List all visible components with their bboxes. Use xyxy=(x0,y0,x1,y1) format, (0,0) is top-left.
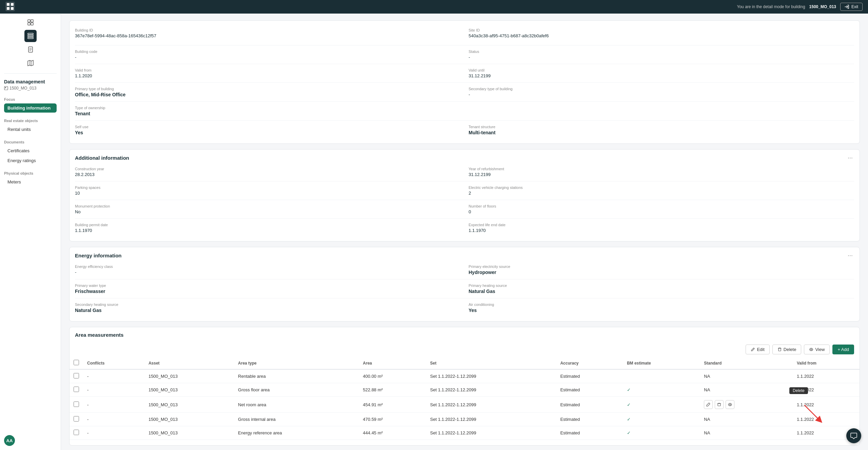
cell-accuracy: Estimated xyxy=(556,413,623,426)
cell-area-type: Net room area xyxy=(234,397,359,413)
building-info-card: Building ID 367e78ef-5994-48ac-858a-1654… xyxy=(69,20,860,144)
cell-area-type: Gross floor area xyxy=(234,383,359,397)
svg-rect-3 xyxy=(7,7,9,10)
cell-conflicts: - xyxy=(83,383,144,397)
detail-mode-text: You are in the detail mode for building xyxy=(737,4,805,9)
svg-rect-7 xyxy=(28,23,30,25)
valid-until-field: Valid until 31.12.2199 xyxy=(469,65,854,81)
row-checkbox[interactable] xyxy=(74,416,79,422)
cell-accuracy: Estimated xyxy=(556,369,623,383)
cell-accuracy: Estimated xyxy=(556,426,623,440)
energy-info-header: Energy information ··· xyxy=(70,247,860,262)
col-conflicts: Conflicts xyxy=(83,357,144,369)
building-id-field: Building ID 367e78ef-5994-48ac-858a-1654… xyxy=(75,25,460,41)
additional-info-more-button[interactable]: ··· xyxy=(846,154,854,161)
row-view-icon[interactable] xyxy=(726,400,734,409)
row-edit-icon[interactable] xyxy=(704,400,713,409)
cell-standard: NA xyxy=(700,413,793,426)
topbar-info: You are in the detail mode for building … xyxy=(737,3,863,11)
energy-info-card: Energy information ··· Energy efficiency… xyxy=(69,247,860,321)
table-row: - 1500_MO_013 Energy reference area 444.… xyxy=(70,426,860,440)
row-checkbox[interactable] xyxy=(74,387,79,392)
cell-asset: 1500_MO_013 xyxy=(144,383,234,397)
svg-rect-10 xyxy=(28,35,33,37)
chat-button[interactable] xyxy=(846,428,861,443)
cell-valid-from: 1.1.2022 Delete xyxy=(793,397,860,413)
energy-info-more-button[interactable]: ··· xyxy=(846,252,854,259)
area-measurements-header: Area measurements xyxy=(70,327,860,340)
cell-standard: NA xyxy=(700,383,793,397)
col-set: Set xyxy=(426,357,556,369)
cell-accuracy: Estimated xyxy=(556,397,623,413)
delete-button[interactable]: Delete xyxy=(772,345,802,354)
svg-rect-17 xyxy=(5,87,6,88)
row-checkbox[interactable] xyxy=(74,373,79,378)
cell-area: 400.00 m² xyxy=(359,369,426,383)
row-checkbox[interactable] xyxy=(74,430,79,435)
logo xyxy=(5,2,15,12)
nav-icon-doc[interactable] xyxy=(24,43,37,56)
primary-electricity-field: Primary electricity source Hydropower xyxy=(469,262,854,278)
cell-asset: 1500_MO_013 xyxy=(144,369,234,383)
table-row: - 1500_MO_013 Gross internal area 470.59… xyxy=(70,413,860,426)
construction-year-field: Construction year 28.2.2013 xyxy=(75,164,460,180)
ev-charging-field: Electric vehicle charging stations 2 xyxy=(469,183,854,198)
additional-info-card: Additional information ··· Construction … xyxy=(69,149,860,241)
select-all-checkbox[interactable] xyxy=(74,360,79,365)
cell-conflicts: - xyxy=(83,413,144,426)
svg-point-19 xyxy=(811,349,812,350)
row-delete-icon[interactable] xyxy=(715,400,724,409)
cell-area-type: Rentable area xyxy=(234,369,359,383)
cell-bm-estimate: ✓ xyxy=(623,426,700,440)
building-id-highlight: 1500_MO_013 xyxy=(809,4,836,9)
self-use-field: Self use Yes xyxy=(75,122,460,138)
cell-area-type: Gross internal area xyxy=(234,413,359,426)
exit-button[interactable]: Exit xyxy=(840,3,863,11)
cell-asset: 1500_MO_013 xyxy=(144,413,234,426)
sidebar-focus-section: Focus Building information xyxy=(0,93,61,115)
cell-bm-estimate xyxy=(623,369,700,383)
ownership-field: Type of ownership Tenant xyxy=(75,103,854,119)
sidebar-item-energy-ratings[interactable]: Energy ratings xyxy=(4,156,57,165)
sidebar-item-certificates[interactable]: Certificates xyxy=(4,146,57,155)
nav-icon-map[interactable] xyxy=(24,57,37,69)
row-checkbox[interactable] xyxy=(74,402,79,407)
col-accuracy: Accuracy xyxy=(556,357,623,369)
floors-field: Number of floors 0 xyxy=(469,201,854,217)
nav-icon-grid[interactable] xyxy=(24,16,37,28)
sidebar-physical-section: Physical objects Meters xyxy=(0,167,61,189)
nav-icon-data[interactable] xyxy=(24,30,37,42)
sidebar: Data management 1500_MO_013 Focus Buildi… xyxy=(0,14,61,450)
table-row: - 1500_MO_013 Gross floor area 522.88 m²… xyxy=(70,383,860,397)
sidebar-item-meters[interactable]: Meters xyxy=(4,177,57,187)
cell-valid-from: 1.1.2022 xyxy=(793,369,860,383)
cell-area: 470.59 m² xyxy=(359,413,426,426)
sidebar-app-subtitle: 1500_MO_013 xyxy=(0,85,61,93)
col-bm-estimate: BM estimate xyxy=(623,357,700,369)
sidebar-item-rental-units[interactable]: Rental units xyxy=(4,125,57,134)
edit-button[interactable]: Edit xyxy=(746,345,769,354)
view-button[interactable]: View xyxy=(804,345,830,354)
svg-rect-4 xyxy=(11,7,14,10)
permit-date-field: Building permit date 1.1.1970 xyxy=(75,220,460,236)
user-avatar[interactable]: AA xyxy=(4,435,15,446)
cell-bm-estimate: ✓ xyxy=(623,383,700,397)
cell-set: Set 1.1.2022-1.12.2099 xyxy=(426,369,556,383)
cell-asset: 1500_MO_013 xyxy=(144,397,234,413)
cell-area: 444.45 m² xyxy=(359,426,426,440)
svg-point-21 xyxy=(729,404,731,405)
add-button[interactable]: + Add xyxy=(832,345,854,354)
cell-valid-from: 1.1.2022 xyxy=(793,413,860,426)
cell-bm-estimate: ✓ xyxy=(623,397,700,413)
efficiency-class-field: Energy efficiency class - xyxy=(75,262,460,278)
area-table-toolbar: Edit Delete View + Add xyxy=(70,340,860,357)
cell-set: Set 1.1.2022-1.12.2099 xyxy=(426,397,556,413)
svg-rect-9 xyxy=(28,33,33,35)
svg-rect-8 xyxy=(31,23,33,25)
cell-set: Set 1.1.2022-1.12.2099 xyxy=(426,413,556,426)
svg-rect-2 xyxy=(11,3,14,6)
sidebar-item-building-info[interactable]: Building information xyxy=(4,103,57,113)
cell-area-type: Energy reference area xyxy=(234,426,359,440)
col-area-type: Area type xyxy=(234,357,359,369)
additional-info-header: Additional information ··· xyxy=(70,150,860,164)
